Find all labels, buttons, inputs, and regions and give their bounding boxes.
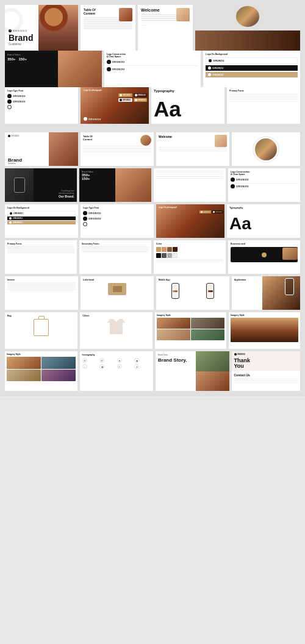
mini-cover-sub: Guideline [8, 162, 16, 165]
mini-lb-text-d: ORGNOU [13, 217, 23, 220]
slide-our-brand: Find things fromthis link everything. Ou… [5, 168, 77, 202]
color-title: Color [156, 243, 223, 245]
slide-mini-cover: ORGNOU Brand Guideline [5, 132, 78, 166]
mw-line-3 [159, 151, 227, 151]
logo-g2-icon [135, 94, 137, 96]
slide-invoice: Invoice [5, 276, 78, 310]
main-container: ORGNOU Brand Guideline Table OfContent [0, 0, 305, 396]
pfb-line-2 [7, 248, 74, 248]
orgnou-icon-1 [107, 60, 111, 64]
cover-brand-title: Brand [9, 34, 33, 42]
slide-logo-bg-top: Logo On Background ORGNOU ORGNOU ORGNOU [203, 51, 300, 87]
application-phone [285, 278, 294, 295]
blank-line-1 [156, 171, 223, 171]
swatch-3 [167, 247, 172, 252]
slide-thank-you: ORGNOU ThankYou [232, 351, 301, 371]
application-photo [262, 276, 300, 310]
pf-line-1 [229, 94, 298, 95]
logo-icon-tan [208, 73, 211, 76]
slide-secondary-fonts: Secondary Fonts [79, 240, 151, 274]
iconography-title: Iconography [82, 354, 151, 356]
logo-icon-white [209, 59, 212, 62]
logo-name-tan: ORGNOU [212, 73, 223, 76]
logo-grid-3: ORGNOU [118, 98, 132, 102]
logo-tan-box: ORGNOU [206, 72, 298, 77]
imagery-thumb-4 [191, 329, 224, 340]
bottom-row4: Primary Fonts Secondary Fonts Color [5, 240, 300, 274]
mini-toc-line-1 [83, 146, 151, 146]
blt-text2: ORGNOU [88, 217, 101, 220]
our-brand-text: Find things fromthis link everything. Ou… [59, 190, 74, 198]
inv-line-1 [7, 282, 76, 283]
bottom-logo-photo-grid: ORGNOU ORGNOU [199, 210, 224, 213]
logo-g1-text: ORGNOU [123, 94, 131, 96]
mini-toc-line-3 [83, 149, 151, 149]
blt-icon2 [83, 216, 87, 221]
mini-cover-orgnou: ORGNOU [8, 135, 20, 137]
ct-line-2 [234, 381, 298, 381]
logo-grid-4: ORGNOU [134, 98, 148, 102]
mini-lb-icon-d [9, 217, 12, 220]
orgnou-icon-lt3 [7, 105, 12, 109]
swatch-1 [156, 247, 161, 252]
logo-type-title: Logo Type Font [7, 90, 76, 92]
logo-g1-icon [120, 94, 122, 96]
slide-imagery-3: Imagery Style [5, 351, 77, 391]
swatch-5 [156, 253, 161, 258]
logo-type-row2: ORGNOU [7, 99, 76, 104]
brand-story-text-area: Brand Story. Brand Story. [158, 354, 227, 363]
pf-line-3 [229, 98, 298, 98]
bottom-row5: Invoice Letterhead Mobile App [5, 276, 300, 310]
inv-line-6 [7, 288, 76, 289]
bottom-logo-photo-bg [156, 204, 224, 238]
sf-line-1 [82, 246, 149, 247]
blt-icon3 [83, 222, 87, 226]
il-thumb-2 [41, 357, 76, 369]
envelope-inner [113, 286, 122, 292]
brand-story-sub: Brand Story. [158, 354, 227, 356]
sf-line-2 [82, 248, 149, 248]
logo-photo-grid: ORGNOU ORGNOU ORGNOU ORGNOU [118, 93, 147, 102]
inv-line-3 [7, 285, 76, 285]
ct-line-3 [234, 382, 298, 383]
pf-line-5 [229, 101, 298, 102]
blt-row2: ORGNOU [83, 216, 151, 221]
slide-biz-card: Business card [228, 240, 300, 274]
brand-story-title: Brand Story. [158, 357, 227, 363]
biz-card-photo [282, 248, 298, 260]
ico-7: ≡ [117, 364, 122, 369]
iconography-grid: 👁 👁 ★ ◆ ○ ◉ ≡ ♦ [82, 358, 151, 369]
mini-lb-text-t: ORGNOU [13, 221, 23, 224]
orgnou-text-2: ORGNOU [112, 68, 125, 71]
thank-you-title: ThankYou [234, 358, 251, 369]
logo-const-logo-2: ORGNOU [107, 67, 199, 71]
inv-line-7 [7, 290, 76, 290]
ico-6: ◉ [99, 364, 104, 369]
bottom-row1: ORGNOU Brand Guideline Table OfContent [5, 132, 300, 166]
toc-line-5 [84, 24, 132, 26]
il-thumb-1 [7, 357, 41, 369]
mini-toc-line-5 [83, 152, 151, 152]
swatch-8 [173, 253, 178, 258]
mini-logo-const-row2: ORGNOU [231, 184, 298, 188]
ico-5: ○ [82, 364, 87, 369]
orgnou-icon-2 [107, 67, 111, 71]
mini-lb-white: ORGNOU [7, 211, 76, 216]
biz-card-title: Business card [231, 243, 298, 245]
mobile-title: Mobile App [159, 279, 227, 281]
logo-on-photo-title: Logo On photograph [84, 89, 102, 91]
collage-photo-top [195, 30, 300, 51]
logo-grid-2: ORGNOU [134, 93, 148, 97]
slide-imagery-1: Imagery Style [155, 312, 226, 349]
slide-blank-text [154, 168, 226, 202]
typography-label: Typography [154, 89, 174, 93]
color-swatch-row1 [156, 247, 223, 252]
pfb-title: Primary Fonts [7, 243, 74, 245]
brand-value-num2: 150+ [19, 57, 27, 61]
pfb-line-3 [7, 249, 74, 249]
top-row3: Logo Type Font ORGNOU ORGNOU ORG [5, 87, 300, 124]
logo-name-dark: ORGNOU [212, 66, 223, 70]
toc-line-4 [84, 23, 132, 24]
il-thumb-3 [7, 370, 41, 382]
slide-bag: Bag [5, 312, 77, 349]
